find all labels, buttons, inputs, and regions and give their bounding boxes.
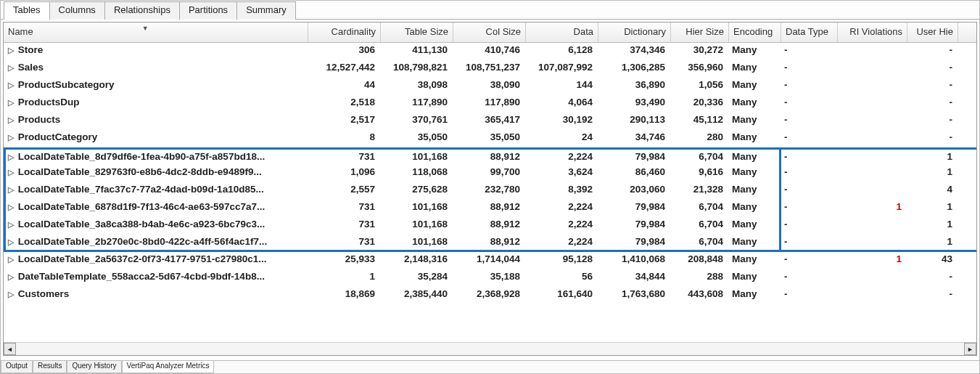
col-header-ri[interactable]: RI Violations bbox=[838, 23, 907, 42]
expand-icon[interactable]: ▷ bbox=[7, 168, 15, 177]
col-header-enc[interactable]: Encoding bbox=[729, 23, 781, 42]
expand-icon[interactable]: ▷ bbox=[7, 153, 15, 162]
cell-hier: 1,056 bbox=[671, 78, 729, 95]
expand-icon[interactable]: ▷ bbox=[7, 185, 15, 195]
cell-dict: 79,984 bbox=[598, 235, 671, 250]
col-header-dtype[interactable]: Data Type bbox=[781, 23, 838, 42]
cell-data: 2,224 bbox=[526, 217, 598, 235]
cell-csize: 232,780 bbox=[453, 182, 526, 200]
table-row[interactable]: ▷ Products2,517370,761365,41730,192290,1… bbox=[4, 113, 976, 130]
cell-tsize: 101,168 bbox=[381, 235, 453, 250]
cell-csize: 99,700 bbox=[453, 165, 526, 182]
table-row[interactable]: ▷ ProductSubcategory4438,09838,09014436,… bbox=[4, 78, 976, 95]
table-row[interactable]: ▷ LocalDateTable_6878d1f9-7f13-46c4-ae63… bbox=[4, 200, 976, 217]
expand-icon[interactable]: ▷ bbox=[7, 203, 15, 212]
cell-name: ▷ ProductsDup bbox=[4, 95, 308, 113]
cell-dtype: - bbox=[781, 130, 838, 147]
bottom-tabs: OutputResultsQuery HistoryVertiPaq Analy… bbox=[1, 360, 979, 373]
top-tabs: TablesColumnsRelationshipsPartitionsSumm… bbox=[1, 1, 979, 20]
cell-csize: 1,714,044 bbox=[453, 252, 526, 269]
cell-hier: 30,272 bbox=[671, 43, 729, 60]
table-row[interactable]: ▷ Sales12,527,442108,798,821108,751,2371… bbox=[4, 60, 976, 78]
col-header-csize[interactable]: Col Size bbox=[453, 23, 526, 42]
col-header-card[interactable]: Cardinality bbox=[308, 23, 381, 42]
cell-enc: Many bbox=[729, 287, 781, 304]
table-row[interactable]: ▷ LocalDateTable_2b270e0c-8bd0-422c-a4ff… bbox=[4, 235, 976, 252]
col-header-dict[interactable]: Dictionary bbox=[598, 23, 671, 42]
expand-icon[interactable]: ▷ bbox=[7, 115, 15, 125]
table-row[interactable]: ▷ DateTableTemplate_558acca2-5d67-4cbd-9… bbox=[4, 269, 976, 287]
cell-uhier: 4 bbox=[907, 182, 958, 200]
scroll-left-icon[interactable]: ◄ bbox=[4, 343, 16, 355]
cell-name: ▷ Customers bbox=[4, 287, 308, 304]
tab-columns[interactable]: Columns bbox=[49, 1, 104, 20]
cell-card: 2,517 bbox=[308, 113, 381, 130]
cell-dtype: - bbox=[781, 43, 838, 60]
expand-icon[interactable]: ▷ bbox=[7, 272, 15, 282]
table-row[interactable]: ▷ Store306411,130410,7466,128374,34630,2… bbox=[4, 43, 976, 60]
table-row[interactable]: ▷ Customers18,8692,385,4402,368,928161,6… bbox=[4, 287, 976, 304]
cell-csize: 88,912 bbox=[453, 200, 526, 217]
col-header-uhier[interactable]: User Hie bbox=[907, 23, 958, 42]
tab-summary[interactable]: Summary bbox=[236, 1, 296, 20]
cell-enc: Many bbox=[729, 95, 781, 113]
cell-uhier: - bbox=[907, 130, 958, 147]
tab-partitions[interactable]: Partitions bbox=[179, 1, 236, 20]
cell-uhier: 43 bbox=[907, 252, 958, 269]
cell-dtype: - bbox=[781, 60, 838, 78]
cell-csize: 365,417 bbox=[453, 113, 526, 130]
expand-icon[interactable]: ▷ bbox=[7, 81, 15, 90]
table-row[interactable]: ▷ LocalDateTable_2a5637c2-0f73-4177-9751… bbox=[4, 252, 976, 269]
cell-tsize: 2,385,440 bbox=[381, 287, 453, 304]
table-row[interactable]: ▷ LocalDateTable_7fac37c7-77a2-4dad-b09d… bbox=[4, 182, 976, 200]
cell-hier: 45,112 bbox=[671, 113, 729, 130]
tab-tables[interactable]: Tables bbox=[4, 1, 49, 20]
cell-tsize: 101,168 bbox=[381, 200, 453, 217]
cell-name: ▷ LocalDateTable_7fac37c7-77a2-4dad-b09d… bbox=[4, 182, 308, 200]
bottom-tab-vertipaq-analyzer-metrics[interactable]: VertiPaq Analyzer Metrics bbox=[122, 361, 215, 373]
expand-icon[interactable]: ▷ bbox=[7, 237, 15, 247]
expand-icon[interactable]: ▷ bbox=[7, 290, 15, 299]
cell-tsize: 35,050 bbox=[381, 130, 453, 147]
cell-card: 731 bbox=[308, 217, 381, 235]
col-header-name[interactable]: Name▼ bbox=[4, 23, 308, 42]
cell-ri bbox=[838, 60, 907, 78]
scroll-right-icon[interactable]: ► bbox=[964, 343, 976, 355]
table-row[interactable]: ▷ ProductsDup2,518117,890117,8904,06493,… bbox=[4, 95, 976, 113]
col-header-tsize[interactable]: Table Size bbox=[381, 23, 453, 42]
expand-icon[interactable]: ▷ bbox=[7, 98, 15, 107]
hscrollbar[interactable]: ◄ ► bbox=[4, 342, 976, 355]
cell-data: 161,640 bbox=[526, 287, 598, 304]
table-row[interactable]: ▷ ProductCategory835,05035,0502434,74628… bbox=[4, 130, 976, 147]
cell-name: ▷ Sales bbox=[4, 60, 308, 78]
col-header-data[interactable]: Data bbox=[526, 23, 598, 42]
cell-ri bbox=[838, 235, 907, 250]
expand-icon[interactable]: ▷ bbox=[7, 63, 15, 73]
expand-icon[interactable]: ▷ bbox=[7, 133, 15, 142]
cell-ri bbox=[838, 43, 907, 60]
cell-csize: 38,090 bbox=[453, 78, 526, 95]
cell-hier: 288 bbox=[671, 269, 729, 287]
cell-card: 731 bbox=[308, 235, 381, 250]
cell-csize: 108,751,237 bbox=[453, 60, 526, 78]
expand-icon[interactable]: ▷ bbox=[7, 255, 15, 264]
bottom-tab-query-history[interactable]: Query History bbox=[67, 361, 121, 373]
expand-icon[interactable]: ▷ bbox=[7, 220, 15, 229]
tab-relationships[interactable]: Relationships bbox=[104, 1, 179, 20]
cell-name: ▷ DateTableTemplate_558acca2-5d67-4cbd-9… bbox=[4, 269, 308, 287]
cell-data: 95,128 bbox=[526, 252, 598, 269]
bottom-tab-results[interactable]: Results bbox=[33, 361, 67, 373]
cell-tsize: 101,168 bbox=[381, 150, 453, 165]
table-row[interactable]: ▷ LocalDateTable_8d79df6e-1fea-4b90-a75f… bbox=[4, 147, 976, 165]
table-row[interactable]: ▷ LocalDateTable_3a8ca388-b4ab-4e6c-a923… bbox=[4, 217, 976, 235]
cell-data: 2,224 bbox=[526, 200, 598, 217]
table-row[interactable]: ▷ LocalDateTable_829763f0-e8b6-4dc2-8ddb… bbox=[4, 165, 976, 182]
cell-data: 6,128 bbox=[526, 43, 598, 60]
scroll-track[interactable] bbox=[16, 343, 964, 355]
cell-dtype: - bbox=[781, 182, 838, 200]
cell-dict: 1,410,068 bbox=[598, 252, 671, 269]
expand-icon[interactable]: ▷ bbox=[7, 46, 15, 55]
cell-enc: Many bbox=[729, 235, 781, 250]
col-header-hier[interactable]: Hier Size bbox=[671, 23, 729, 42]
bottom-tab-output[interactable]: Output bbox=[1, 361, 33, 373]
